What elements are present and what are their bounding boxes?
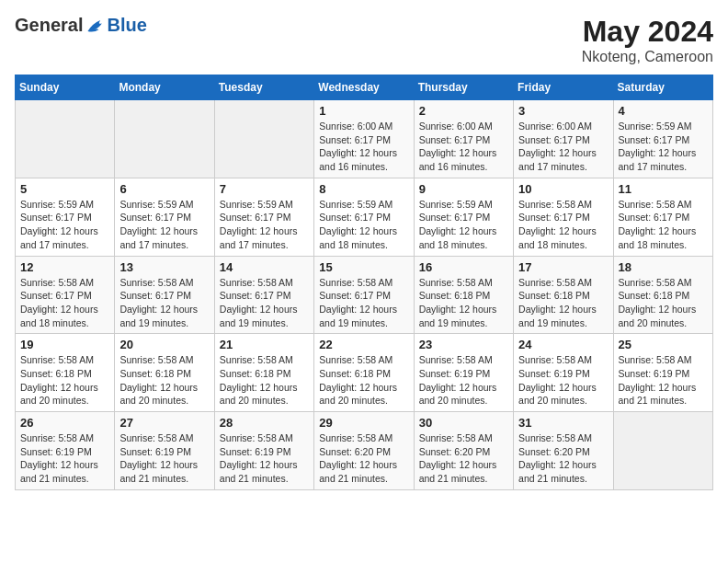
- day-number: 1: [319, 104, 408, 118]
- day-info: Sunrise: 5:58 AM Sunset: 6:17 PM Dayligh…: [20, 276, 109, 330]
- day-number: 11: [619, 182, 708, 196]
- day-info: Sunrise: 5:58 AM Sunset: 6:19 PM Dayligh…: [619, 353, 708, 408]
- calendar-table: SundayMondayTuesdayWednesdayThursdayFrid…: [15, 75, 713, 490]
- calendar-cell: 20Sunrise: 5:58 AM Sunset: 6:18 PM Dayli…: [115, 334, 214, 412]
- calendar-week-5: 26Sunrise: 5:58 AM Sunset: 6:19 PM Dayli…: [16, 412, 713, 490]
- day-number: 21: [220, 338, 309, 351]
- calendar-cell: [214, 100, 313, 178]
- day-number: 16: [419, 260, 508, 274]
- day-number: 28: [220, 416, 309, 430]
- header-cell-wednesday: Wednesday: [314, 75, 414, 100]
- day-info: Sunrise: 5:59 AM Sunset: 6:17 PM Dayligh…: [319, 198, 408, 252]
- day-number: 7: [220, 182, 309, 196]
- calendar-body: 1Sunrise: 6:00 AM Sunset: 6:17 PM Daylig…: [16, 100, 713, 490]
- header-cell-thursday: Thursday: [414, 75, 513, 100]
- day-info: Sunrise: 5:58 AM Sunset: 6:18 PM Dayligh…: [319, 353, 408, 408]
- day-number: 17: [518, 260, 608, 274]
- calendar-cell: 27Sunrise: 5:58 AM Sunset: 6:19 PM Dayli…: [115, 412, 214, 490]
- page-header: General Blue May 2024 Nkoteng, Cameroon: [15, 15, 713, 65]
- calendar-cell: 31Sunrise: 5:58 AM Sunset: 6:20 PM Dayli…: [514, 412, 613, 490]
- day-info: Sunrise: 5:58 AM Sunset: 6:17 PM Dayligh…: [319, 276, 408, 330]
- header-cell-monday: Monday: [115, 75, 214, 100]
- day-number: 22: [319, 338, 408, 351]
- day-number: 12: [20, 260, 109, 274]
- month-year: May 2024: [582, 15, 713, 49]
- day-info: Sunrise: 5:58 AM Sunset: 6:18 PM Dayligh…: [619, 276, 708, 330]
- calendar-cell: 8Sunrise: 5:59 AM Sunset: 6:17 PM Daylig…: [314, 178, 414, 256]
- day-number: 10: [518, 182, 608, 196]
- calendar-cell: 9Sunrise: 5:59 AM Sunset: 6:17 PM Daylig…: [414, 178, 513, 256]
- calendar-week-2: 5Sunrise: 5:59 AM Sunset: 6:17 PM Daylig…: [16, 178, 713, 256]
- calendar-cell: [613, 412, 712, 490]
- calendar-cell: 30Sunrise: 5:58 AM Sunset: 6:20 PM Dayli…: [414, 412, 513, 490]
- calendar-cell: 25Sunrise: 5:58 AM Sunset: 6:19 PM Dayli…: [613, 334, 712, 412]
- day-number: 4: [619, 104, 708, 118]
- day-info: Sunrise: 5:59 AM Sunset: 6:17 PM Dayligh…: [119, 198, 209, 252]
- calendar-cell: 11Sunrise: 5:58 AM Sunset: 6:17 PM Dayli…: [613, 178, 712, 256]
- calendar-cell: 28Sunrise: 5:58 AM Sunset: 6:19 PM Dayli…: [214, 412, 313, 490]
- logo-bird-icon: [85, 17, 107, 35]
- calendar-header: SundayMondayTuesdayWednesdayThursdayFrid…: [16, 75, 713, 100]
- day-info: Sunrise: 5:58 AM Sunset: 6:17 PM Dayligh…: [619, 198, 708, 252]
- calendar-cell: [16, 100, 115, 178]
- day-number: 9: [419, 182, 508, 196]
- calendar-cell: 26Sunrise: 5:58 AM Sunset: 6:19 PM Dayli…: [16, 412, 115, 490]
- calendar-cell: 29Sunrise: 5:58 AM Sunset: 6:20 PM Dayli…: [314, 412, 414, 490]
- day-number: 19: [20, 338, 109, 351]
- day-number: 5: [20, 182, 109, 196]
- day-info: Sunrise: 5:58 AM Sunset: 6:17 PM Dayligh…: [518, 198, 608, 252]
- calendar-cell: 23Sunrise: 5:58 AM Sunset: 6:19 PM Dayli…: [414, 334, 513, 412]
- day-info: Sunrise: 5:59 AM Sunset: 6:17 PM Dayligh…: [419, 198, 508, 252]
- day-number: 20: [119, 338, 209, 351]
- day-info: Sunrise: 5:58 AM Sunset: 6:18 PM Dayligh…: [119, 353, 209, 408]
- day-info: Sunrise: 5:58 AM Sunset: 6:19 PM Dayligh…: [419, 353, 508, 408]
- day-number: 29: [319, 416, 408, 430]
- day-number: 18: [619, 260, 708, 274]
- day-number: 27: [119, 416, 209, 430]
- calendar-week-3: 12Sunrise: 5:58 AM Sunset: 6:17 PM Dayli…: [16, 256, 713, 334]
- day-info: Sunrise: 5:58 AM Sunset: 6:19 PM Dayligh…: [220, 431, 309, 486]
- day-info: Sunrise: 5:58 AM Sunset: 6:17 PM Dayligh…: [119, 276, 209, 330]
- day-number: 31: [518, 416, 608, 430]
- day-info: Sunrise: 5:58 AM Sunset: 6:18 PM Dayligh…: [220, 353, 309, 408]
- day-number: 15: [319, 260, 408, 274]
- day-info: Sunrise: 5:58 AM Sunset: 6:20 PM Dayligh…: [319, 431, 408, 486]
- day-info: Sunrise: 5:58 AM Sunset: 6:19 PM Dayligh…: [119, 431, 209, 486]
- calendar-cell: 4Sunrise: 5:59 AM Sunset: 6:17 PM Daylig…: [613, 100, 712, 178]
- day-info: Sunrise: 5:59 AM Sunset: 6:17 PM Dayligh…: [619, 120, 708, 174]
- location: Nkoteng, Cameroon: [582, 49, 713, 65]
- title-block: May 2024 Nkoteng, Cameroon: [582, 15, 713, 65]
- day-info: Sunrise: 6:00 AM Sunset: 6:17 PM Dayligh…: [319, 120, 408, 174]
- calendar-cell: 1Sunrise: 6:00 AM Sunset: 6:17 PM Daylig…: [314, 100, 414, 178]
- calendar-week-4: 19Sunrise: 5:58 AM Sunset: 6:18 PM Dayli…: [16, 334, 713, 412]
- header-row: SundayMondayTuesdayWednesdayThursdayFrid…: [16, 75, 713, 100]
- header-cell-saturday: Saturday: [613, 75, 712, 100]
- calendar-cell: 5Sunrise: 5:59 AM Sunset: 6:17 PM Daylig…: [16, 178, 115, 256]
- header-cell-sunday: Sunday: [16, 75, 115, 100]
- calendar-cell: 10Sunrise: 5:58 AM Sunset: 6:17 PM Dayli…: [514, 178, 613, 256]
- calendar-cell: 13Sunrise: 5:58 AM Sunset: 6:17 PM Dayli…: [115, 256, 214, 334]
- day-info: Sunrise: 5:59 AM Sunset: 6:17 PM Dayligh…: [20, 198, 109, 252]
- calendar-cell: 18Sunrise: 5:58 AM Sunset: 6:18 PM Dayli…: [613, 256, 712, 334]
- day-info: Sunrise: 5:58 AM Sunset: 6:18 PM Dayligh…: [419, 276, 508, 330]
- day-info: Sunrise: 6:00 AM Sunset: 6:17 PM Dayligh…: [419, 120, 508, 174]
- calendar-week-1: 1Sunrise: 6:00 AM Sunset: 6:17 PM Daylig…: [16, 100, 713, 178]
- day-number: 2: [419, 104, 508, 118]
- day-number: 6: [119, 182, 209, 196]
- day-info: Sunrise: 5:58 AM Sunset: 6:18 PM Dayligh…: [20, 353, 109, 408]
- day-number: 8: [319, 182, 408, 196]
- calendar-cell: 2Sunrise: 6:00 AM Sunset: 6:17 PM Daylig…: [414, 100, 513, 178]
- day-info: Sunrise: 5:58 AM Sunset: 6:17 PM Dayligh…: [220, 276, 309, 330]
- header-cell-tuesday: Tuesday: [214, 75, 313, 100]
- calendar-cell: 19Sunrise: 5:58 AM Sunset: 6:18 PM Dayli…: [16, 334, 115, 412]
- day-number: 23: [419, 338, 508, 351]
- day-info: Sunrise: 6:00 AM Sunset: 6:17 PM Dayligh…: [518, 120, 608, 174]
- header-cell-friday: Friday: [514, 75, 613, 100]
- day-info: Sunrise: 5:58 AM Sunset: 6:20 PM Dayligh…: [419, 431, 508, 486]
- day-info: Sunrise: 5:58 AM Sunset: 6:19 PM Dayligh…: [20, 431, 109, 486]
- day-number: 14: [220, 260, 309, 274]
- calendar-cell: [115, 100, 214, 178]
- day-info: Sunrise: 5:59 AM Sunset: 6:17 PM Dayligh…: [220, 198, 309, 252]
- calendar-cell: 7Sunrise: 5:59 AM Sunset: 6:17 PM Daylig…: [214, 178, 313, 256]
- calendar-cell: 22Sunrise: 5:58 AM Sunset: 6:18 PM Dayli…: [314, 334, 414, 412]
